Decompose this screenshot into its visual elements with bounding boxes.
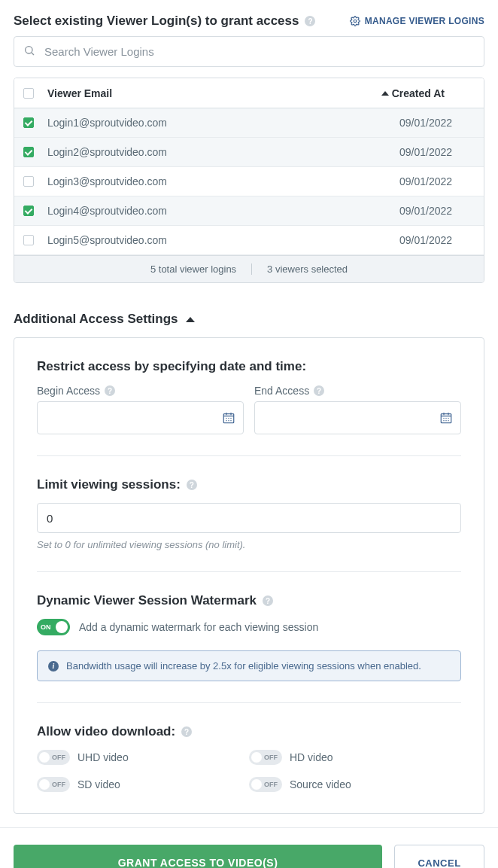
watermark-heading: Dynamic Viewer Session Watermark ? (37, 593, 461, 608)
additional-heading-text: Additional Access Settings (14, 312, 178, 327)
separator (37, 571, 461, 572)
watermark-text: Add a dynamic watermark for each viewing… (79, 621, 318, 633)
manage-viewer-logins-link[interactable]: MANAGE VIEWER LOGINS (350, 16, 484, 26)
svg-line-2 (32, 53, 34, 55)
uhd-label: UHD video (77, 751, 129, 763)
row-checkbox[interactable] (23, 235, 34, 245)
grant-access-button[interactable]: GRANT ACCESS TO VIDEO(S) (14, 845, 382, 868)
gear-icon (350, 16, 360, 26)
uhd-toggle[interactable]: OFF (37, 750, 70, 765)
row-checkbox[interactable] (23, 176, 34, 187)
watermark-toggle[interactable]: ON (37, 619, 70, 635)
row-checkbox[interactable] (23, 147, 34, 157)
download-source: OFF Source video (249, 777, 461, 792)
limit-heading: Limit viewing sessions: ? (37, 477, 461, 492)
end-access-input[interactable] (254, 401, 461, 434)
download-uhd: OFF UHD video (37, 750, 249, 765)
info-icon: i (48, 661, 59, 672)
help-icon[interactable]: ? (105, 385, 115, 396)
table-footer: 5 total viewer logins 3 viewers selected (14, 255, 484, 282)
additional-settings-toggle[interactable]: Additional Access Settings (14, 312, 484, 327)
manage-link-text: MANAGE VIEWER LOGINS (365, 16, 484, 26)
row-date: 09/01/2022 (399, 205, 475, 217)
calendar-icon (439, 411, 453, 425)
separator (37, 455, 461, 456)
help-icon[interactable]: ? (187, 480, 197, 490)
row-date: 09/01/2022 (399, 117, 475, 129)
begin-access-input[interactable] (37, 401, 244, 434)
limit-sessions-input[interactable] (37, 503, 461, 533)
row-checkbox[interactable] (23, 117, 34, 128)
download-sd: OFF SD video (37, 777, 249, 792)
row-checkbox[interactable] (23, 206, 34, 216)
select-all-cell[interactable] (23, 88, 44, 99)
help-icon[interactable]: ? (305, 16, 315, 26)
bandwidth-info: i Bandwidth usage will increase by 2.5x … (37, 650, 461, 681)
end-access-col: End Access ? (254, 385, 461, 434)
footer-selected: 3 viewers selected (267, 263, 348, 275)
download-hd: OFF HD video (249, 750, 461, 765)
table-row[interactable]: Login3@sproutvideo.com 09/01/2022 (14, 167, 484, 196)
row-date: 09/01/2022 (399, 146, 475, 158)
footer-total: 5 total viewer logins (150, 263, 236, 275)
hd-toggle[interactable]: OFF (249, 750, 282, 765)
header-row: Select existing Viewer Login(s) to grant… (14, 14, 484, 29)
sd-label: SD video (77, 778, 120, 790)
column-header-created[interactable]: Created At (381, 87, 475, 99)
download-grid: OFF UHD video OFF HD video OFF SD video … (37, 750, 461, 792)
search-box[interactable] (14, 36, 484, 67)
main-panel: Select existing Viewer Login(s) to grant… (0, 0, 498, 827)
separator (37, 702, 461, 703)
toggle-on-label: ON (41, 623, 51, 631)
footer-actions: GRANT ACCESS TO VIDEO(S) CANCEL (0, 827, 498, 868)
column-header-created-text: Created At (392, 87, 445, 99)
table-row[interactable]: Login1@sproutvideo.com 09/01/2022 (14, 108, 484, 138)
svg-point-0 (354, 20, 357, 23)
row-email: Login3@sproutvideo.com (44, 175, 399, 187)
begin-access-label: Begin Access ? (37, 385, 244, 397)
table-row[interactable]: Login5@sproutvideo.com 09/01/2022 (14, 226, 484, 255)
download-heading: Allow video download: ? (37, 724, 461, 739)
chevron-up-icon (186, 317, 195, 322)
row-date: 09/01/2022 (399, 234, 475, 246)
restrict-heading: Restrict access by specifying date and t… (37, 359, 461, 374)
settings-card: Restrict access by specifying date and t… (14, 337, 484, 814)
calendar-icon (222, 411, 235, 425)
row-date: 09/01/2022 (399, 175, 475, 187)
watermark-row: ON Add a dynamic watermark for each view… (37, 619, 461, 635)
table-row[interactable]: Login4@sproutvideo.com 09/01/2022 (14, 196, 484, 226)
info-text: Bandwidth usage will increase by 2.5x fo… (66, 660, 421, 672)
sd-toggle[interactable]: OFF (37, 777, 70, 792)
row-email: Login5@sproutvideo.com (44, 234, 399, 246)
hd-label: HD video (290, 751, 333, 763)
row-email: Login1@sproutvideo.com (44, 117, 399, 129)
source-label: Source video (290, 778, 351, 790)
help-icon[interactable]: ? (263, 595, 273, 606)
page-title-text: Select existing Viewer Login(s) to grant… (14, 14, 299, 29)
logins-table: Viewer Email Created At Login1@sproutvid… (14, 78, 484, 283)
table-header: Viewer Email Created At (14, 78, 484, 108)
limit-hint: Set to 0 for unlimited viewing sessions … (37, 539, 461, 550)
cancel-button[interactable]: CANCEL (394, 845, 484, 868)
select-all-checkbox[interactable] (23, 88, 34, 99)
search-icon (23, 44, 43, 59)
date-row: Begin Access ? End Access ? (37, 385, 461, 434)
table-row[interactable]: Login2@sproutvideo.com 09/01/2022 (14, 138, 484, 167)
row-email: Login4@sproutvideo.com (44, 205, 399, 217)
footer-divider (251, 263, 252, 275)
begin-access-col: Begin Access ? (37, 385, 244, 434)
row-email: Login2@sproutvideo.com (44, 146, 399, 158)
source-toggle[interactable]: OFF (249, 777, 282, 792)
help-icon[interactable]: ? (181, 726, 192, 737)
svg-point-1 (26, 47, 32, 53)
column-header-email[interactable]: Viewer Email (44, 87, 381, 99)
sort-asc-icon (381, 91, 389, 96)
help-icon[interactable]: ? (314, 385, 324, 396)
page-title: Select existing Viewer Login(s) to grant… (14, 14, 315, 29)
search-input[interactable] (43, 44, 475, 59)
end-access-label: End Access ? (254, 385, 461, 397)
